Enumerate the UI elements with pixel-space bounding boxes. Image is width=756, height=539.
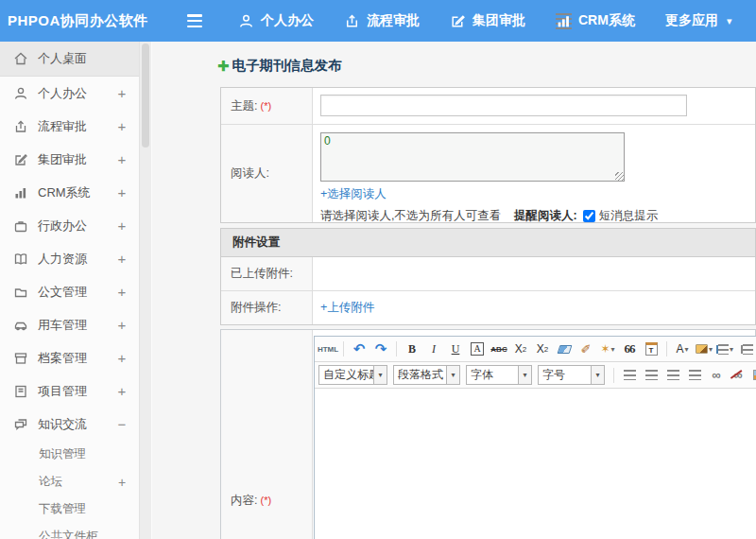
underline-button[interactable]: U: [446, 339, 465, 358]
select-readers-link[interactable]: +选择阅读人: [320, 186, 387, 202]
attachment-section-header: 附件设置: [220, 228, 756, 257]
archive-icon: [13, 351, 28, 366]
sidebar-item-project-management[interactable]: 项目管理 +: [0, 374, 139, 408]
attachment-table: 已上传附件: 附件操作: +上传附件: [220, 257, 756, 325]
justify-button[interactable]: [685, 366, 704, 385]
ordered-list-button[interactable]: ▾: [716, 339, 735, 358]
nav-personal-office[interactable]: 个人办公: [238, 12, 314, 29]
edit-approve-icon: [13, 152, 28, 167]
subject-input[interactable]: [320, 95, 687, 116]
insert-link-button[interactable]: ∞: [707, 366, 726, 385]
expand-plus-icon[interactable]: +: [116, 217, 128, 234]
bar-chart-icon: [13, 185, 28, 200]
bar-chart-icon: [556, 13, 572, 29]
highlighter-icon: [696, 344, 708, 354]
collapse-minus-icon[interactable]: −: [116, 416, 128, 432]
sidebar-item-personal-office[interactable]: 个人办公 +: [0, 77, 139, 110]
undo-button[interactable]: ↶: [350, 339, 369, 358]
person-icon: [13, 86, 28, 101]
insert-image-button[interactable]: [750, 366, 756, 385]
expand-plus-icon[interactable]: +: [116, 383, 128, 399]
sidebar-item-group-approval[interactable]: 集团审批 +: [0, 143, 139, 176]
italic-button[interactable]: I: [424, 339, 443, 358]
uploaded-attachments-row: 已上传附件:: [221, 257, 755, 290]
sidebar-subitem-forum[interactable]: 论坛 +: [0, 468, 139, 496]
hamburger-menu-icon[interactable]: [187, 14, 206, 27]
nav-more-apps[interactable]: 更多应用 ▾: [665, 12, 732, 29]
readers-textarea[interactable]: 0: [320, 132, 625, 182]
editor-content-area[interactable]: [315, 389, 756, 539]
upload-attachment-link[interactable]: +上传附件: [320, 300, 374, 316]
expand-plus-icon[interactable]: +: [116, 118, 128, 134]
chevron-down-icon: ▾: [685, 345, 689, 354]
bold-button[interactable]: B: [403, 339, 421, 358]
content-table: 内容: (*) HTML ↶ ↷ B I U: [220, 329, 756, 539]
font-family-select[interactable]: 字体▾: [466, 365, 532, 385]
sidebar-item-human-resources[interactable]: 人力资源 +: [0, 242, 139, 275]
sidebar-item-admin-office[interactable]: 行政办公 +: [0, 209, 139, 242]
editor-toolbar-row1: HTML ↶ ↷ B I U A ABC X2 X2: [315, 337, 756, 362]
sidebar-item-crm-system[interactable]: CRM系统 +: [0, 176, 139, 209]
expand-plus-icon[interactable]: +: [116, 317, 128, 333]
align-center-button[interactable]: [642, 366, 661, 385]
book-icon: [13, 252, 28, 267]
expand-plus-icon[interactable]: +: [116, 350, 128, 366]
sidebar-subitem-public-file-cabinet[interactable]: 公共文件柜: [0, 523, 139, 539]
font-size-select[interactable]: 字号▾: [538, 365, 605, 385]
expand-plus-icon[interactable]: +: [116, 85, 128, 101]
sidebar-item-label: 知识交流: [38, 416, 116, 433]
align-right-button[interactable]: [663, 366, 682, 385]
folder-doc-icon: [13, 285, 28, 300]
chevron-down-icon: ▾: [591, 366, 604, 384]
align-left-button[interactable]: [620, 366, 639, 385]
sidebar-item-label: 流程审批: [38, 118, 116, 135]
sidebar-scrollbar[interactable]: [140, 42, 151, 539]
readers-hint-text: 请选择阅读人,不选为所有人可查看: [320, 208, 501, 224]
format-painter-button[interactable]: ✐: [576, 339, 595, 358]
sidebar-item-knowledge-exchange[interactable]: 知识交流 −: [0, 408, 139, 441]
font-border-button[interactable]: A: [471, 342, 483, 356]
paste-plain-text-button[interactable]: T: [642, 339, 661, 358]
nav-group-approval[interactable]: 集团审批: [450, 12, 525, 29]
nav-workflow-approval[interactable]: 流程审批: [344, 12, 420, 29]
subject-label: 主题: (*): [221, 88, 313, 124]
blockquote-button[interactable]: 66: [620, 339, 639, 358]
clear-format-button[interactable]: [555, 339, 574, 358]
required-mark: (*): [260, 100, 271, 112]
sidebar-subitem-download-management[interactable]: 下载管理: [0, 496, 139, 523]
highlight-color-button[interactable]: ▾: [695, 339, 713, 358]
expand-plus-icon[interactable]: +: [116, 475, 128, 490]
font-color-button[interactable]: A▾: [673, 339, 692, 358]
subscript-button[interactable]: X2: [533, 339, 552, 358]
expand-plus-icon[interactable]: +: [116, 284, 128, 300]
unlink-button[interactable]: ∞: [729, 366, 747, 385]
green-plus-icon: ✚: [217, 58, 230, 75]
sidebar-item-personal-desktop[interactable]: 个人桌面: [0, 42, 139, 77]
html-source-button[interactable]: HTML: [318, 339, 337, 358]
expand-plus-icon[interactable]: +: [116, 151, 128, 167]
sms-remind-checkbox[interactable]: [583, 210, 595, 222]
nav-crm-system[interactable]: CRM系统: [556, 12, 635, 29]
expand-plus-icon[interactable]: +: [116, 184, 128, 200]
nav-label: 个人办公: [261, 12, 314, 29]
unordered-list-button[interactable]: [738, 339, 756, 358]
strikethrough-button[interactable]: ABC: [490, 339, 508, 358]
publish-form-table: 主题: (*) 阅读人: 0 +选择阅读人: [220, 87, 756, 223]
notebook-icon: [13, 384, 28, 399]
superscript-button[interactable]: X2: [511, 339, 530, 358]
sidebar-item-archive-management[interactable]: 档案管理 +: [0, 341, 139, 374]
auto-typeset-button[interactable]: ✶▾: [598, 339, 617, 358]
paragraph-format-select[interactable]: 段落格式▾: [393, 365, 460, 385]
redo-button[interactable]: ↷: [371, 339, 390, 358]
sidebar-subitem-knowledge-management[interactable]: 知识管理: [0, 441, 139, 468]
custom-title-select[interactable]: 自定义标题▾: [318, 365, 387, 385]
resize-grip-icon[interactable]: [615, 172, 624, 181]
chevron-down-icon: ▾: [727, 15, 732, 27]
sidebar-item-document-management[interactable]: 公文管理 +: [0, 275, 139, 308]
sidebar-item-vehicle-management[interactable]: 用车管理 +: [0, 308, 139, 341]
sidebar-item-label: 公文管理: [38, 284, 116, 301]
sidebar-item-label: 用车管理: [38, 317, 116, 334]
expand-plus-icon[interactable]: +: [116, 251, 128, 267]
sidebar-item-workflow-approval[interactable]: 流程审批 +: [0, 110, 139, 143]
paste-text-icon: T: [645, 342, 658, 356]
